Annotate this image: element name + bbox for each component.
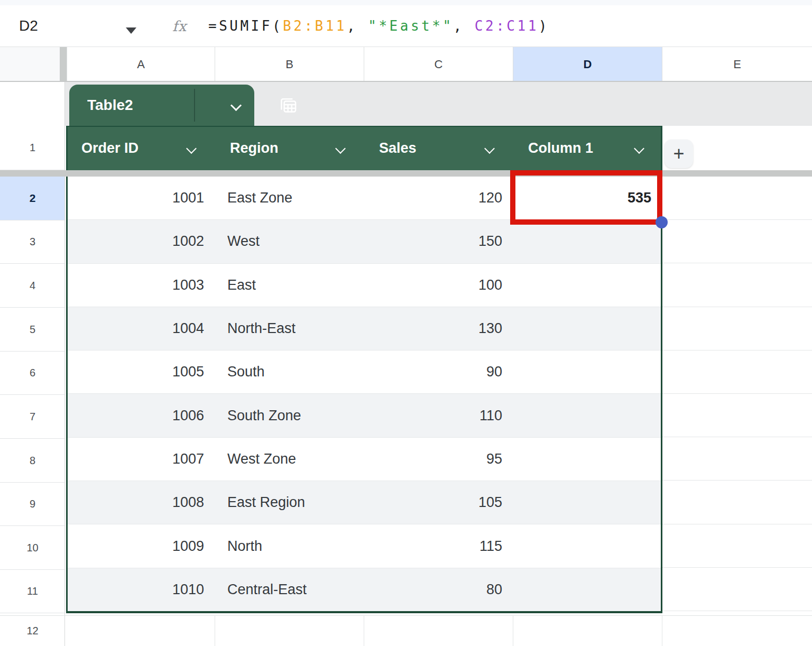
cell-d8[interactable] bbox=[503, 438, 651, 481]
formula-bar: D2 fx =SUMIF(B2:B11, "*East*", C2:C11) bbox=[0, 5, 812, 47]
row-header-9[interactable]: 9 bbox=[0, 483, 65, 526]
fill-handle[interactable] bbox=[656, 216, 668, 228]
table-column-header-region[interactable]: Region bbox=[216, 127, 365, 169]
table-name-label[interactable]: Table2 bbox=[87, 97, 133, 114]
row-header-7[interactable]: 7 bbox=[0, 395, 65, 439]
column-header-d[interactable]: D bbox=[513, 47, 662, 82]
gridline-a-b bbox=[215, 615, 215, 646]
table-row: 1003 East 100 bbox=[68, 264, 661, 307]
cell-c3[interactable]: 150 bbox=[332, 220, 502, 263]
column-header-b[interactable]: B bbox=[215, 47, 364, 82]
formula-range1: B2:B11 bbox=[283, 18, 347, 34]
cell-a4[interactable]: 1003 bbox=[68, 264, 204, 307]
row-header-right-border bbox=[64, 82, 65, 646]
table-row: 1010 Central-East 80 bbox=[68, 568, 661, 611]
cell-c7[interactable]: 110 bbox=[332, 394, 502, 437]
row-header-6[interactable]: 6 bbox=[0, 352, 65, 395]
frozen-column-divider[interactable] bbox=[60, 47, 67, 82]
cell-a7[interactable]: 1006 bbox=[68, 394, 204, 437]
cell-a3[interactable]: 1002 bbox=[68, 220, 204, 263]
cell-c9[interactable]: 105 bbox=[332, 481, 502, 524]
row-header-2[interactable]: 2 bbox=[0, 177, 65, 220]
formula-criteria: "*East*" bbox=[368, 18, 453, 34]
cell-a6[interactable]: 1005 bbox=[68, 350, 204, 393]
order-id-dropdown-chevron-icon[interactable] bbox=[186, 143, 197, 154]
cell-c10[interactable]: 115 bbox=[332, 524, 502, 567]
table-column-header-sales[interactable]: Sales bbox=[365, 127, 514, 169]
region-dropdown-chevron-icon[interactable] bbox=[335, 143, 346, 154]
frozen-row-divider[interactable] bbox=[0, 170, 812, 177]
table-row: 1006 South Zone 110 bbox=[68, 394, 661, 437]
cell-a8[interactable]: 1007 bbox=[68, 438, 204, 481]
table-column-header-column1[interactable]: Column 1 bbox=[514, 127, 664, 169]
cell-a9[interactable]: 1008 bbox=[68, 481, 204, 524]
formula-input[interactable]: =SUMIF(B2:B11, "*East*", C2:C11) bbox=[208, 5, 549, 47]
cell-c8[interactable]: 95 bbox=[332, 438, 502, 481]
column-header-e[interactable]: E bbox=[662, 47, 812, 82]
table-row: 1009 North 115 bbox=[68, 524, 661, 568]
formula-fn: =SUMIF( bbox=[208, 18, 283, 34]
column1-dropdown-chevron-icon[interactable] bbox=[634, 143, 644, 154]
cell-c2[interactable]: 120 bbox=[332, 177, 502, 219]
cell-d6[interactable] bbox=[503, 350, 651, 393]
cell-d10[interactable] bbox=[503, 524, 651, 567]
row-header-4[interactable]: 4 bbox=[0, 264, 65, 308]
select-all-corner[interactable] bbox=[0, 47, 60, 82]
formula-range2: C2:C11 bbox=[475, 18, 539, 34]
cell-c5[interactable]: 130 bbox=[332, 307, 502, 350]
table-body: 1001 East Zone 120 535 1002 West 150 100… bbox=[66, 177, 662, 613]
window-top-strip bbox=[0, 0, 812, 5]
column-header-c[interactable]: C bbox=[364, 47, 513, 82]
column-header-a[interactable]: A bbox=[67, 47, 215, 82]
cell-d5[interactable] bbox=[503, 307, 651, 350]
table-row: 1002 West 150 bbox=[68, 220, 661, 263]
add-column-button[interactable]: + bbox=[665, 140, 693, 168]
table-name-tab[interactable]: Table2 bbox=[69, 85, 254, 126]
column1-label: Column 1 bbox=[528, 140, 593, 156]
tab-section-divider bbox=[194, 89, 195, 122]
cell-d3[interactable] bbox=[503, 220, 651, 263]
table-column-header-order-id[interactable]: Order ID bbox=[68, 127, 216, 169]
row-12-top-gridline bbox=[0, 615, 812, 616]
row-header-12[interactable]: 12 bbox=[0, 615, 65, 646]
cell-a11[interactable]: 1010 bbox=[68, 568, 204, 611]
formula-close: ) bbox=[539, 18, 549, 34]
cell-a2[interactable]: 1001 bbox=[68, 177, 204, 219]
cell-d11[interactable] bbox=[503, 568, 651, 611]
row-header-10[interactable]: 10 bbox=[0, 526, 65, 570]
gridline-d-e bbox=[662, 615, 662, 646]
cell-a5[interactable]: 1004 bbox=[68, 307, 204, 350]
row-header-8[interactable]: 8 bbox=[0, 439, 65, 483]
order-id-label: Order ID bbox=[81, 140, 139, 156]
fx-icon: fx bbox=[172, 5, 187, 47]
sales-dropdown-chevron-icon[interactable] bbox=[484, 143, 495, 154]
column-header-row: A B C D E bbox=[0, 47, 812, 82]
formula-comma2: , bbox=[454, 18, 475, 34]
table-row: 1004 North-East 130 bbox=[68, 307, 661, 350]
cell-c4[interactable]: 100 bbox=[332, 264, 502, 307]
table-header-row: Order ID Region Sales Column 1 bbox=[66, 126, 662, 170]
cell-d9[interactable] bbox=[503, 481, 651, 524]
sales-label: Sales bbox=[379, 140, 417, 156]
cell-d7[interactable] bbox=[503, 394, 651, 437]
cell-c11[interactable]: 80 bbox=[332, 568, 502, 611]
row-header-1[interactable]: 1 bbox=[0, 126, 65, 170]
table-icon[interactable] bbox=[279, 96, 298, 116]
row-header-11[interactable]: 11 bbox=[0, 570, 65, 613]
table-row: 1008 East Region 105 bbox=[68, 481, 661, 524]
cell-a10[interactable]: 1009 bbox=[68, 524, 204, 567]
table-menu-chevron-down-icon[interactable] bbox=[230, 100, 242, 111]
cell-d4[interactable] bbox=[503, 264, 651, 307]
spreadsheet-app: D2 fx =SUMIF(B2:B11, "*East*", C2:C11) A… bbox=[0, 0, 812, 646]
cell-c6[interactable]: 90 bbox=[332, 350, 502, 393]
e-column-gridlines bbox=[662, 177, 812, 614]
name-box-dropdown-icon[interactable] bbox=[126, 27, 136, 34]
gridline-b-c bbox=[364, 615, 364, 646]
table-row: 1005 South 90 bbox=[68, 350, 661, 394]
gridline-c-d bbox=[513, 615, 513, 646]
formula-comma1: , bbox=[347, 18, 368, 34]
name-box[interactable]: D2 bbox=[19, 5, 38, 47]
row-header-3[interactable]: 3 bbox=[0, 220, 65, 264]
region-label: Region bbox=[230, 140, 279, 156]
row-header-5[interactable]: 5 bbox=[0, 308, 65, 352]
